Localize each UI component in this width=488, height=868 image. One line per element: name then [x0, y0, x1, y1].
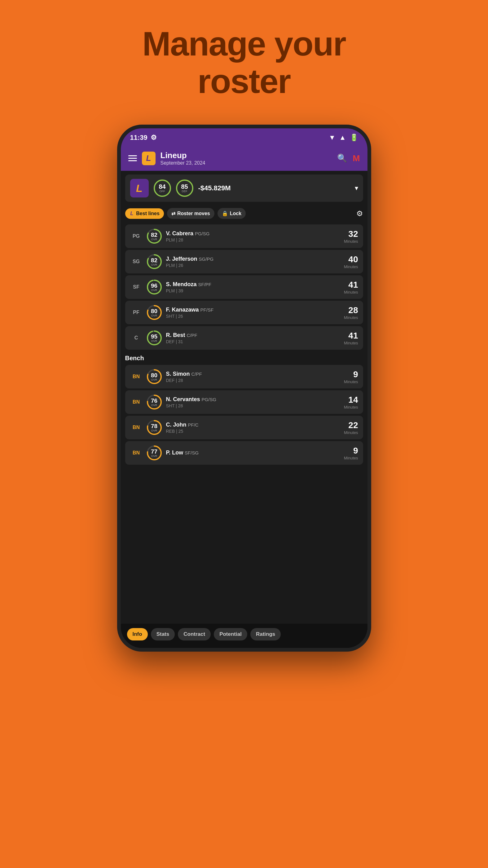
bench-label: Bench: [121, 351, 367, 363]
player-sub: PLM | 26: [166, 263, 340, 268]
player-sub: PLM | 39: [166, 288, 340, 293]
player-name: J. Jefferson SG/PG: [166, 256, 340, 262]
minutes-col: 14 Minutes: [344, 395, 358, 409]
minutes-number: 41: [344, 280, 358, 290]
player-row[interactable]: C 95 OVR R. Best C/PF DEF | 31 41 M: [125, 326, 363, 350]
swap-icon: ⇄: [171, 211, 175, 216]
ovr-number: 76: [151, 398, 157, 404]
player-info: S. Mendoza SF/PF PLM | 39: [166, 281, 340, 293]
best-lines-button[interactable]: L Best lines: [125, 208, 164, 219]
player-row[interactable]: PF 80 OVR F. Kanazawa PF/SF SHT | 26 28: [125, 301, 363, 324]
ovr-number: 82: [151, 257, 157, 263]
ovr-number: 80: [151, 308, 157, 314]
m-icon[interactable]: M: [353, 153, 360, 163]
position-badge: BN: [130, 399, 142, 405]
tab-stats[interactable]: Stats: [151, 628, 175, 641]
time: 11:39: [130, 134, 148, 142]
ovr-number: 96: [151, 283, 157, 289]
position-badge: BN: [130, 425, 142, 430]
minutes-label: Minutes: [344, 265, 358, 269]
lock-icon: 🔒: [222, 211, 228, 216]
position-badge: BN: [130, 374, 142, 379]
tab-potential[interactable]: Potential: [214, 628, 247, 641]
player-name: F. Kanazawa PF/SF: [166, 307, 340, 313]
player-row[interactable]: BN 76 OVR N. Cervantes PG/SG SHT | 28 14: [125, 390, 363, 414]
minutes-number: 22: [344, 421, 358, 430]
minutes-col: 22 Minutes: [344, 421, 358, 435]
ovr-number: 77: [151, 448, 157, 455]
ovr-number: 95: [151, 334, 157, 339]
ovr-number: 80: [151, 372, 157, 378]
minutes-label: Minutes: [344, 239, 358, 244]
team-money: -$45.829M: [198, 184, 350, 192]
content-area: L 84 OFF 85 DEF -$45.829M ▾ L Best lines…: [121, 171, 367, 652]
settings-icon: ⚙: [151, 134, 157, 142]
position-badge: PG: [130, 234, 142, 239]
player-name: S. Mendoza SF/PF: [166, 281, 340, 288]
player-row[interactable]: BN 80 OVR S. Simon C/PF DEF | 28 9: [125, 365, 363, 389]
ovr-label: OVR: [151, 429, 157, 432]
action-bar: L Best lines ⇄ Roster moves 🔒 Lock ⚙: [121, 206, 367, 223]
ovr-label: OVR: [151, 314, 157, 317]
minutes-col: 9 Minutes: [344, 446, 358, 460]
bottom-tabs: InfoStatsContractPotentialRatings: [121, 624, 367, 648]
player-info: S. Simon C/PF DEF | 28: [166, 371, 340, 383]
player-info: R. Best C/PF DEF | 31: [166, 332, 340, 344]
minutes-number: 9: [344, 370, 358, 379]
roster-moves-button[interactable]: ⇄ Roster moves: [167, 208, 215, 219]
lock-button[interactable]: 🔒 Lock: [218, 208, 246, 219]
battery-icon: 🔋: [350, 134, 358, 142]
player-row[interactable]: SF 96 OVR S. Mendoza SF/PF PLM | 39 41: [125, 275, 363, 299]
player-name: N. Cervantes PG/SG: [166, 396, 340, 403]
tab-contract[interactable]: Contract: [178, 628, 211, 641]
minutes-label: Minutes: [344, 341, 358, 345]
settings-gear-button[interactable]: ⚙: [356, 209, 363, 218]
player-sub: SHT | 28: [166, 403, 340, 408]
hamburger-menu[interactable]: [128, 155, 137, 161]
position-badge: PF: [130, 310, 142, 315]
minutes-label: Minutes: [344, 379, 358, 384]
minutes-number: 14: [344, 395, 358, 405]
minutes-col: 40 Minutes: [344, 254, 358, 269]
header: L Lineup September 23, 2024 🔍 M: [121, 147, 367, 171]
search-button[interactable]: 🔍: [337, 153, 347, 163]
player-name: C. John PF/C: [166, 422, 340, 428]
minutes-label: Minutes: [344, 430, 358, 435]
player-sub: PLM | 28: [166, 238, 340, 242]
minutes-col: 32 Minutes: [344, 229, 358, 244]
player-info: F. Kanazawa PF/SF SHT | 26: [166, 307, 340, 319]
tab-ratings[interactable]: Ratings: [250, 628, 281, 641]
minutes-label: Minutes: [344, 456, 358, 460]
player-name: S. Simon C/PF: [166, 371, 340, 377]
minutes-col: 28 Minutes: [344, 305, 358, 320]
status-bar: 11:39 ⚙ ▼ ▲ 🔋: [121, 128, 367, 147]
ovr-number: 78: [151, 423, 157, 429]
player-sub: DEF | 28: [166, 378, 340, 383]
player-row[interactable]: BN 77 OVR P. Low SF/SG 9 Minutes: [125, 441, 363, 465]
minutes-col: 9 Minutes: [344, 370, 358, 384]
starters-list: PG 82 OVR V. Cabrera PG/SG PLM | 28 32: [121, 224, 367, 350]
off-rating-circle: 84 OFF: [154, 180, 171, 197]
player-row[interactable]: BN 78 OVR C. John PF/C REB | 25 22: [125, 416, 363, 439]
tab-info[interactable]: Info: [127, 628, 148, 641]
player-info: P. Low SF/SG: [166, 450, 340, 457]
player-info: V. Cabrera PG/SG PLM | 28: [166, 230, 340, 242]
bench-list: BN 80 OVR S. Simon C/PF DEF | 28 9: [121, 365, 367, 465]
chevron-down-icon[interactable]: ▾: [355, 184, 358, 192]
player-name: P. Low SF/SG: [166, 450, 340, 456]
minutes-number: 41: [344, 331, 358, 341]
player-sub: REB | 25: [166, 429, 340, 434]
minutes-label: Minutes: [344, 405, 358, 409]
player-row[interactable]: PG 82 OVR V. Cabrera PG/SG PLM | 28 32: [125, 224, 363, 248]
minutes-number: 28: [344, 305, 358, 315]
team-summary[interactable]: L 84 OFF 85 DEF -$45.829M ▾: [125, 175, 363, 202]
phone-mockup: 11:39 ⚙ ▼ ▲ 🔋 L Lineup September 23, 202…: [117, 125, 371, 652]
signal-icon: ▲: [339, 134, 346, 142]
header-title-block: Lineup September 23, 2024: [161, 151, 205, 166]
minutes-number: 40: [344, 254, 358, 265]
def-rating-circle: 85 DEF: [176, 180, 193, 197]
player-name: R. Best C/PF: [166, 332, 340, 339]
player-sub: SHT | 26: [166, 314, 340, 319]
player-row[interactable]: SG 82 OVR J. Jefferson SG/PG PLM | 26 40: [125, 250, 363, 273]
player-info: J. Jefferson SG/PG PLM | 26: [166, 256, 340, 268]
